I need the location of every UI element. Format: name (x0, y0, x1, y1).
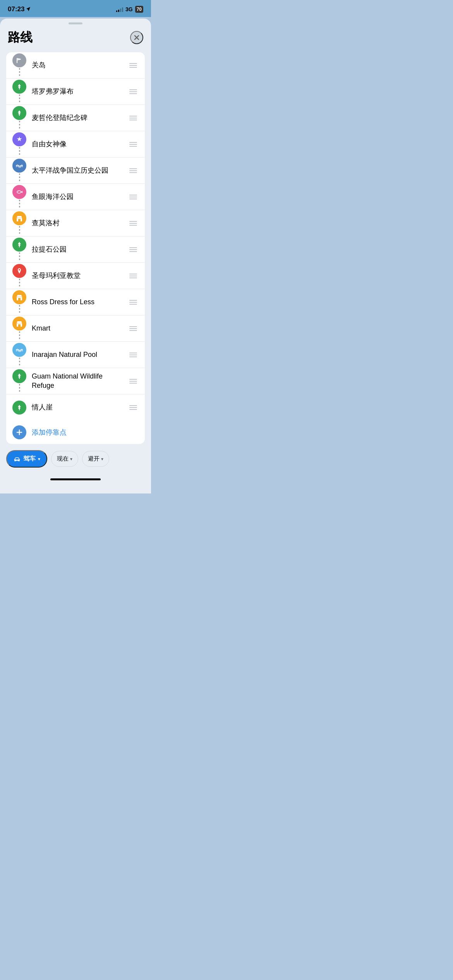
item-left-12 (12, 343, 26, 367)
drive-dropdown-arrow: ▾ (38, 456, 40, 462)
handle-bar (69, 22, 82, 24)
item-left-2 (12, 80, 26, 104)
route-list-item[interactable]: 麦哲伦登陆纪念碑 (6, 105, 145, 131)
drag-handle-14[interactable] (128, 404, 139, 411)
route-list-item[interactable]: 塔罗弗罗瀑布 (6, 79, 145, 105)
item-label-10: Ross Dress for Less (32, 298, 125, 307)
route-list-item[interactable]: 情人崖 (6, 394, 145, 421)
svg-point-2 (17, 190, 21, 193)
item-left-3 (12, 106, 26, 130)
item-label-7: 查莫洛村 (32, 219, 125, 228)
location-arrow-icon (26, 7, 31, 12)
svg-point-7 (19, 269, 20, 271)
route-connector (19, 252, 20, 261)
svg-point-15 (18, 460, 19, 461)
drag-handle-4[interactable] (128, 140, 139, 148)
drag-handle-3[interactable] (128, 114, 139, 122)
item-icon-10 (12, 290, 26, 304)
drag-handle-5[interactable] (128, 167, 139, 175)
item-icon-9 (12, 264, 26, 278)
drag-handle-2[interactable] (128, 88, 139, 96)
status-right: 3G 70 (116, 6, 143, 13)
route-list-item[interactable]: 圣母玛利亚教堂 (6, 263, 145, 289)
item-label-11: Kmart (32, 324, 125, 333)
drive-mode-button[interactable]: 驾车 ▾ (6, 450, 47, 468)
svg-rect-5 (18, 219, 21, 221)
home-bar (50, 478, 101, 480)
time-display: 07:23 (8, 5, 24, 13)
time-button[interactable]: 现在 ▾ (51, 451, 78, 467)
item-left-10 (12, 290, 26, 314)
item-left-8 (12, 238, 26, 262)
route-list-item[interactable]: Guam National Wildlife Refuge (6, 368, 145, 394)
sheet-header: 路线 (0, 26, 151, 52)
add-stop-item[interactable]: 添加停靠点 (6, 421, 145, 444)
home-indicator (0, 475, 151, 482)
item-icon-11 (12, 317, 26, 331)
close-button[interactable] (130, 31, 143, 44)
item-label-8: 拉提石公园 (32, 245, 125, 254)
item-label-13: Guam National Wildlife Refuge (32, 372, 125, 390)
svg-rect-1 (19, 114, 20, 116)
drag-handle-10[interactable] (128, 298, 139, 306)
svg-point-14 (15, 460, 16, 461)
item-left-11 (12, 317, 26, 341)
svg-rect-9 (18, 298, 21, 300)
drag-handle-7[interactable] (128, 219, 139, 227)
add-stop-label: 添加停靠点 (32, 428, 67, 437)
route-list-item[interactable]: 查莫洛村 (6, 210, 145, 236)
route-connector (19, 173, 20, 182)
status-time: 07:23 (8, 5, 31, 13)
route-list-item[interactable]: Inarajan Natural Pool (6, 342, 145, 368)
item-left-7 (12, 211, 26, 235)
route-connector (19, 305, 20, 314)
item-icon-8 (12, 238, 26, 252)
item-icon-12 (12, 343, 26, 357)
signal-bars (116, 7, 123, 12)
item-label-5: 太平洋战争国立历史公园 (32, 166, 125, 175)
item-icon-6 (12, 185, 26, 199)
battery-level: 70 (137, 7, 142, 12)
route-list-item[interactable]: 鱼眼海洋公园 (6, 184, 145, 210)
drag-handle-8[interactable] (128, 246, 139, 254)
status-bar: 07:23 3G 70 (0, 0, 151, 17)
svg-rect-0 (19, 88, 20, 89)
drag-handle-9[interactable] (128, 272, 139, 280)
drive-label: 驾车 (23, 455, 36, 463)
drag-handle-6[interactable] (128, 193, 139, 201)
svg-rect-6 (19, 246, 20, 247)
route-connector (19, 121, 20, 129)
route-list-item[interactable]: 自由女神像 (6, 131, 145, 158)
drag-handle-11[interactable] (128, 325, 139, 332)
time-dropdown-arrow: ▾ (70, 456, 72, 462)
route-connector (19, 279, 20, 287)
route-list-item[interactable]: 拉提石公园 (6, 236, 145, 263)
route-connector (19, 358, 20, 366)
route-list: 关岛 塔罗弗罗瀑布 麦哲伦登陆纪念碑 (6, 52, 145, 444)
page-title: 路线 (8, 29, 33, 46)
item-label-12: Inarajan Natural Pool (32, 350, 125, 359)
drag-handle-12[interactable] (128, 351, 139, 359)
close-icon (134, 35, 139, 40)
item-left-14 (12, 401, 26, 415)
drag-handle-13[interactable] (128, 377, 139, 385)
route-list-item[interactable]: Kmart (6, 315, 145, 342)
route-connector (19, 331, 20, 340)
avoid-button[interactable]: 避开 ▾ (82, 451, 109, 467)
drag-handle-1[interactable] (128, 62, 139, 69)
plus-icon (15, 428, 23, 436)
route-list-item[interactable]: 太平洋战争国立历史公园 (6, 158, 145, 184)
item-icon-2 (12, 80, 26, 94)
time-label: 现在 (57, 455, 69, 463)
route-list-item[interactable]: 关岛 (6, 52, 145, 79)
route-list-item[interactable]: Ross Dress for Less (6, 289, 145, 315)
svg-point-3 (18, 191, 19, 192)
sheet-handle (0, 19, 151, 26)
avoid-dropdown-arrow: ▾ (101, 456, 103, 462)
item-label-9: 圣母玛利亚教堂 (32, 271, 125, 280)
item-icon-14 (12, 401, 26, 415)
item-label-1: 关岛 (32, 61, 125, 70)
route-connector (19, 147, 20, 156)
item-left-5 (12, 159, 26, 183)
item-icon-4 (12, 132, 26, 146)
